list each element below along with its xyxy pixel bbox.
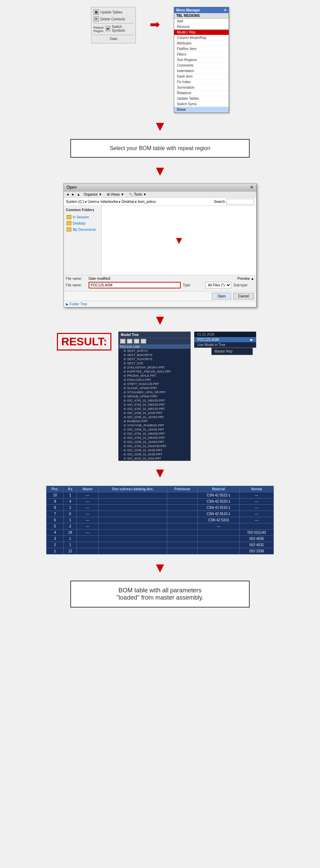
tree-item-10[interactable]: ⊘ SLOUP_UPINKYPRT	[119, 386, 190, 390]
bom-cell-material-6	[198, 530, 240, 536]
bom-cell-oso-4	[98, 517, 167, 523]
repeat-region-label: RepeatRegion	[93, 26, 103, 33]
ctx-item-use-model[interactable]: Use Model in Tree	[194, 342, 256, 347]
menu-item-model---rep[interactable]: Model / Rep	[174, 30, 229, 35]
tree-item-7[interactable]: ⊘ PRIZMA_MALE.PRT	[119, 374, 190, 378]
sidebar-item-in-session[interactable]: In Session	[66, 214, 99, 220]
filename-input[interactable]	[89, 282, 181, 288]
tree-item-26[interactable]: ⊘ ISO_2338_01_6X30.PRT	[119, 452, 190, 456]
tree-item-2[interactable]: ⊘ SEST_BOKORYS	[119, 353, 190, 357]
menu-item-relations[interactable]: Relations	[174, 90, 229, 96]
bom-cell-norma-0: ---	[240, 492, 274, 499]
bom-cell-nazev-8	[77, 542, 98, 548]
tree-item-14[interactable]: ⊘ ISO_4762_01_M8X25.PRT	[119, 403, 190, 407]
tree-item-1[interactable]: ⊘ SEST_NARYS	[119, 349, 190, 353]
tree-item-12[interactable]: ⊘ SROUB_UPINKYPRT	[119, 394, 190, 398]
arrow-down-2-icon: ▼	[153, 164, 167, 178]
sidebar-item-my-documents[interactable]: My Documents	[66, 226, 99, 233]
bom-header-norma: Norma	[240, 486, 274, 492]
tree-item-17[interactable]: ⊘ ISO_2338_01_16X50.PRT	[119, 415, 190, 419]
bom-header-poz.: Poz.	[47, 486, 64, 492]
tree-item-25[interactable]: ⊘ ISO_2338_01_6X30.PRT	[119, 448, 190, 452]
menu-item-remove[interactable]: Remove	[174, 24, 229, 30]
menu-item-filters[interactable]: Filters	[174, 52, 229, 57]
bom-cell-material-8	[198, 542, 240, 548]
menu-item-fix-index[interactable]: Fix Index	[174, 79, 229, 85]
folder-tree-row[interactable]: ▶ Folder Tree	[64, 301, 256, 307]
cancel-button[interactable]: Cancel	[233, 293, 254, 299]
tools-label[interactable]: 🔧 Tools ▼	[129, 193, 147, 196]
bom-cell-poz-4: 6	[47, 517, 64, 523]
organize-label[interactable]: Organize ▼	[84, 193, 102, 196]
tree-item-3[interactable]: ⊘ SEST_PUDORYS	[119, 357, 190, 361]
tree-item-4[interactable]: ⊘ SEST_CS0	[119, 361, 190, 365]
bom-cell-ks-9: 12	[63, 548, 77, 554]
tree-item-0[interactable]: POC125.ASM	[119, 345, 190, 349]
tree-item-24[interactable]: ⊘ ISO_4762_01_M16X40.PRT	[119, 444, 190, 448]
caption-box: BOM table with all parameters "loaded" f…	[70, 581, 250, 608]
tree-item-18[interactable]: ⊘ RAMENO.PRT	[119, 419, 190, 423]
ctx-item-poc125[interactable]: POC125.ASM ▶	[194, 337, 256, 342]
bom-cell-ks-3: 6	[63, 511, 77, 517]
tree-item-15[interactable]: ⊘ ISO_4762_01_M8X25.PRT	[119, 407, 190, 411]
menu-item-switch-syms[interactable]: Switch Syms	[174, 101, 229, 107]
tree-item-19[interactable]: ⊘ VYKVYNE_RAMENO.PRT	[119, 423, 190, 427]
menu-item-flatrec-item[interactable]: FlatRec Item	[174, 46, 229, 52]
bom-cell-poz-8: 2	[47, 542, 64, 548]
menu-item-comments[interactable]: Comments	[174, 63, 229, 68]
open-dialog: Open ✕ ◄ ► ▲ Organize ▼ ⊞ Views ▼ 🔧 Tool…	[63, 183, 257, 307]
views-label[interactable]: ⊞ Views ▼	[107, 193, 124, 196]
toolbar-panel: ▦ Update Tables ✕ Delete Contents Repeat…	[91, 7, 136, 43]
tree-item-9[interactable]: ⊘ STEFT_M16X125.PRT	[119, 382, 190, 386]
bom-cell-oso-6	[98, 530, 167, 536]
tree-item-21[interactable]: ⊘ ISO_4762_01_M8X55.PRT	[119, 432, 190, 436]
menu-item-summation[interactable]: Summation	[174, 85, 229, 90]
tree-item-27[interactable]: ⊘ ISO_4032_01_M24.PRT	[119, 456, 190, 461]
arrow-down-4-icon: ▼	[153, 313, 167, 327]
back-icon[interactable]: ◄	[66, 193, 69, 196]
tree-item-20[interactable]: ⊘ ISO_2338_01_16X45.PRT	[119, 427, 190, 432]
tree-item-13[interactable]: ⊘ ISO_4762_01_M8X25.PRT	[119, 398, 190, 403]
bom-cell-polotovar-7	[167, 536, 198, 542]
dialog-close-icon[interactable]: ✕	[250, 185, 253, 190]
menu-item-dash-item[interactable]: Dash Item	[174, 74, 229, 79]
menu-item-indentation[interactable]: Indentation	[174, 68, 229, 74]
bom-table-container: Poz.KsNazevOso vykresu katalog.doc.Polot…	[46, 486, 274, 554]
menu-item-update-tables[interactable]: Update Tables	[174, 96, 229, 101]
tree-item-5[interactable]: ⊘ ZAKLADOVA_DESKA.PRT	[119, 365, 190, 369]
menu-item-done[interactable]: Done	[174, 107, 229, 112]
tree-item-6[interactable]: ⊘ KOPFTEIL_FNK100_0201.PRT	[119, 369, 190, 374]
up-icon[interactable]: ▲	[77, 193, 80, 196]
tree-item-16[interactable]: ⊘ ISO_2338_01_6X30.PRT	[119, 411, 190, 415]
result-label: RESULT:	[57, 333, 112, 351]
menu-item-column-model-rep[interactable]: Column Model/Rep	[174, 35, 229, 41]
menu-item-attributes[interactable]: Attributes	[174, 41, 229, 46]
tree-item-22[interactable]: ⊘ ISO_4762_01_M8X55.PRT	[119, 436, 190, 440]
type-select[interactable]: All Files (*)	[206, 282, 231, 288]
tree-toolbar-btn-1[interactable]: ▼	[120, 339, 126, 344]
menu-close-icon[interactable]: ✕	[224, 8, 227, 12]
tree-toolbar-btn-3[interactable]: ⊞	[134, 339, 139, 344]
bom-cell-material-2: CSN 42 5510-1	[198, 505, 240, 511]
menu-item-sort-regions[interactable]: Sort Regions	[174, 57, 229, 63]
tree-toolbar-btn-2[interactable]: ▦	[127, 339, 132, 344]
tree-item-11[interactable]: ⊘ STOJANEK_UPIN_SR.PRT	[119, 390, 190, 394]
bom-cell-nazev-6: ---	[77, 530, 98, 536]
preview-label: Preview ▲	[238, 277, 254, 280]
bom-cell-norma-4: ---	[240, 517, 274, 523]
menu-subtitle: TBL REGIONS	[174, 13, 229, 19]
bom-cell-norma-9: ISO 2338	[240, 548, 274, 554]
tree-toolbar-btn-4[interactable]: ≡	[141, 339, 146, 344]
filename-row-1: File name: Date modified: Preview ▲	[66, 277, 254, 280]
open-button[interactable]: Open	[212, 293, 231, 299]
search-input[interactable]	[227, 199, 254, 205]
menu-item-add[interactable]: Add	[174, 19, 229, 24]
bom-cell-oso-9	[98, 548, 167, 554]
bom-cell-polotovar-9	[167, 548, 198, 554]
sidebar-item-desktop[interactable]: Desktop	[66, 220, 99, 226]
bom-row-8: 21ISO 4032	[47, 542, 274, 548]
forward-icon[interactable]: ►	[71, 193, 75, 196]
tree-item-23[interactable]: ⊘ ISO_2338_01_16X60.PRT	[119, 440, 190, 444]
tree-item-8[interactable]: ⊘ PODLOZKA.PRT	[119, 378, 190, 382]
bom-cell-nazev-4: ---	[77, 517, 98, 523]
